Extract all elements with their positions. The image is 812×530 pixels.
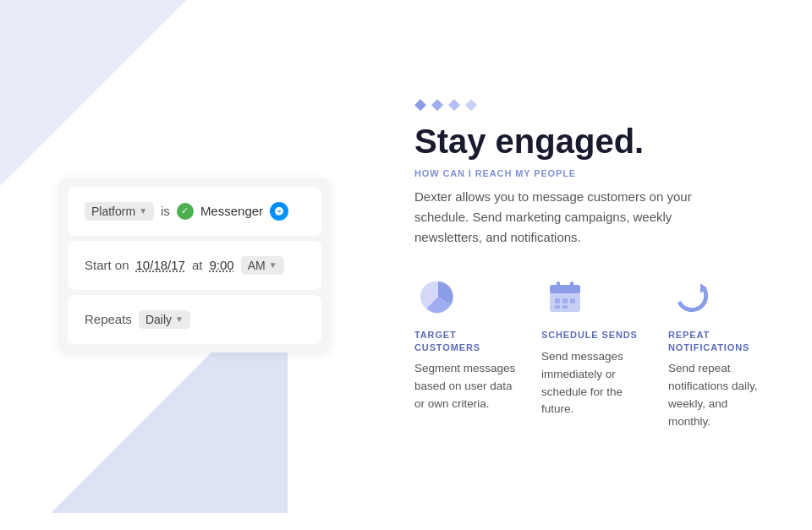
messenger-icon [270, 202, 288, 221]
calendar-icon [545, 276, 585, 317]
svg-rect-8 [555, 305, 560, 309]
form-card: Platform ▼ is ✓ Messenger Start on 10/18… [59, 178, 330, 352]
ampm-value: AM [248, 259, 266, 272]
schedule-sends-title: SCHEDULE SENDS [541, 329, 638, 341]
repeat-notifications-desc: Send repeat notifications daily, weekly,… [668, 360, 770, 431]
repeats-row: Repeats Daily ▼ [68, 295, 321, 344]
start-date[interactable]: 10/18/17 [136, 258, 185, 272]
zigzag-decoration [414, 99, 770, 111]
subtitle-label: HOW CAN I REACH MY PEOPLE [414, 168, 770, 178]
repeats-arrow-icon: ▼ [175, 314, 184, 324]
svg-rect-9 [562, 305, 568, 309]
platform-row: Platform ▼ is ✓ Messenger [68, 187, 321, 236]
refresh-icon [672, 276, 712, 317]
svg-rect-5 [555, 298, 560, 303]
start-row: Start on 10/18/17 at 9:00 AM ▼ [68, 241, 321, 290]
svg-rect-6 [562, 298, 568, 303]
platform-value: Messenger [200, 204, 263, 218]
svg-rect-3 [557, 281, 560, 288]
feature-repeat-notifications: REPEATNOTIFICATIONS Send repeat notifica… [668, 273, 770, 430]
repeat-notifications-title: REPEATNOTIFICATIONS [668, 329, 749, 353]
target-customers-title: TARGETCUSTOMERS [414, 329, 480, 353]
target-customers-desc: Segment messages based on user data or o… [414, 360, 516, 413]
schedule-sends-desc: Send messages immediately or schedule fo… [541, 348, 643, 419]
repeats-dropdown[interactable]: Daily ▼ [139, 310, 190, 329]
platform-connector: is [161, 204, 170, 218]
svg-rect-2 [550, 285, 580, 293]
zigzag-4 [465, 99, 477, 111]
pie-chart-icon [418, 276, 458, 317]
check-icon: ✓ [177, 203, 194, 220]
page-container: Platform ▼ is ✓ Messenger Start on 10/18… [0, 0, 812, 530]
repeats-label: Repeats [85, 312, 132, 326]
platform-label: Platform [91, 205, 135, 218]
schedule-sends-icon-wrap [541, 273, 589, 320]
zigzag-2 [431, 99, 443, 111]
repeats-value: Daily [145, 313, 172, 326]
zigzag-3 [448, 99, 460, 111]
repeat-notifications-icon-wrap [668, 273, 716, 320]
platform-arrow-icon: ▼ [139, 206, 147, 216]
at-label: at [192, 258, 203, 272]
svg-rect-7 [570, 298, 575, 303]
platform-dropdown[interactable]: Platform ▼ [85, 202, 154, 221]
right-panel: Stay engaged. HOW CAN I REACH MY PEOPLE … [389, 0, 812, 530]
left-panel: Platform ▼ is ✓ Messenger Start on 10/18… [0, 0, 389, 530]
start-time[interactable]: 9:00 [209, 258, 233, 272]
ampm-dropdown[interactable]: AM ▼ [241, 256, 284, 275]
feature-schedule-sends: SCHEDULE SENDS Send messages immediately… [541, 273, 643, 430]
svg-rect-4 [570, 281, 573, 288]
feature-target-customers: TARGETCUSTOMERS Segment messages based o… [414, 273, 516, 430]
target-customers-icon-wrap [414, 273, 462, 320]
start-label: Start on [85, 258, 129, 272]
features-row: TARGETCUSTOMERS Segment messages based o… [414, 273, 770, 430]
description-text: Dexter allows you to message customers o… [414, 187, 736, 248]
main-title: Stay engaged. [414, 123, 770, 160]
ampm-arrow-icon: ▼ [269, 260, 277, 270]
zigzag-1 [414, 99, 426, 111]
